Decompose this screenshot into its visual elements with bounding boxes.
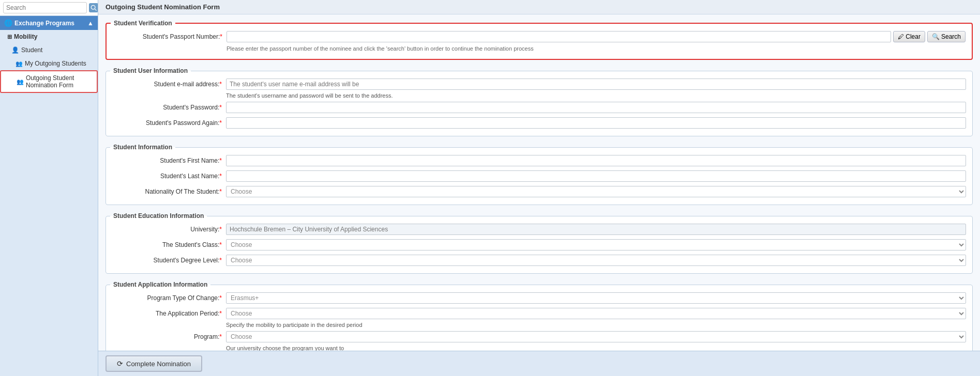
program-type-label: Program Type Of Change:* [112, 294, 226, 302]
last-name-label: Student's Last Name:* [112, 173, 226, 180]
password-again-label: Student's Password Again:* [112, 119, 226, 127]
password-input[interactable] [226, 102, 966, 113]
search-button[interactable]: 🔍 Search [927, 31, 966, 42]
globe-icon: 🌐 [4, 19, 12, 27]
program-select[interactable]: Choose [226, 331, 966, 342]
svg-line-1 [95, 9, 96, 10]
student-user-info-section: Student User Information Student e-mail … [105, 67, 973, 136]
program-type-select[interactable]: Erasmus+ [226, 292, 966, 304]
program-row: Program:* Choose [106, 329, 972, 344]
application-period-select[interactable]: Choose [226, 308, 966, 319]
class-select[interactable]: Choose [226, 239, 966, 250]
grid-icon: ⊞ [7, 34, 12, 40]
application-period-row: The Application Period:* Choose [106, 306, 972, 321]
password-again-field-wrap [226, 117, 966, 129]
form-body: Student Verification Student's Passport … [98, 14, 980, 376]
email-field-wrap [226, 79, 966, 90]
passport-input[interactable] [227, 31, 891, 42]
degree-select[interactable]: Choose [226, 255, 966, 266]
degree-row: Student's Degree Level:* Choose [106, 253, 972, 268]
sidebar-item-my-outgoing-students[interactable]: 👥 My Outgoing Students [0, 57, 98, 70]
university-row: University:* [106, 222, 972, 237]
password-label: Student's Password:* [112, 104, 226, 111]
university-field-wrap [226, 224, 966, 235]
first-name-label: Student's First Name:* [112, 157, 226, 164]
degree-label: Student's Degree Level:* [112, 257, 226, 264]
last-name-row: Student's Last Name:* [106, 168, 972, 184]
university-input [226, 224, 966, 235]
passport-row: Student's Passport Number:* 🖊 Clear 🔍 Se… [107, 29, 972, 44]
program-field-wrap: Choose [226, 331, 966, 342]
application-period-label: The Application Period:* [112, 310, 226, 317]
email-hint: The student's username and password will… [106, 92, 972, 100]
loading-icon: ⟳ [117, 359, 123, 368]
persons-icon: 👥 [16, 60, 23, 67]
university-label: University:* [112, 226, 226, 233]
student-info-section: Student Information Student's First Name… [105, 144, 973, 205]
passport-hint: Please enter the passport number of the … [107, 44, 972, 54]
class-label: The Student's Class:* [112, 241, 226, 248]
student-verification-section: Student Verification Student's Passport … [105, 20, 973, 60]
student-user-info-legend: Student User Information [110, 67, 191, 74]
student-info-legend: Student Information [110, 144, 175, 151]
student-education-legend: Student Education Information [110, 212, 207, 220]
complete-nomination-button[interactable]: ⟳ Complete Nomination [105, 355, 202, 372]
class-row: The Student's Class:* Choose [106, 237, 972, 253]
nationality-label: Nationality Of The Student:* [112, 188, 226, 195]
search-btn-icon: 🔍 [932, 33, 940, 40]
student-application-section: Student Application Information Program … [105, 281, 973, 358]
degree-field-wrap: Choose [226, 255, 966, 266]
main-content: Outgoing Student Nomination Form Student… [98, 0, 980, 376]
program-label: Program:* [112, 333, 226, 340]
email-label: Student e-mail address:* [112, 81, 226, 88]
sidebar-search-bar[interactable] [0, 0, 98, 16]
person-icon: 👤 [11, 46, 19, 54]
last-name-input[interactable] [226, 170, 966, 182]
password-again-row: Student's Password Again:* [106, 115, 972, 131]
exchange-programs-label: Exchange Programs [14, 20, 74, 27]
program-type-row: Program Type Of Change:* Erasmus+ [106, 290, 972, 306]
class-field-wrap: Choose [226, 239, 966, 250]
last-name-field-wrap [226, 170, 966, 182]
sidebar-item-student[interactable]: 👤 Student [0, 43, 98, 57]
passport-input-wrap: 🖊 Clear 🔍 Search [227, 31, 966, 42]
student-application-legend: Student Application Information [110, 281, 210, 288]
email-input[interactable] [226, 79, 966, 90]
application-period-hint: Specify the mobility to participate in t… [106, 321, 972, 329]
search-input[interactable] [3, 2, 87, 13]
nationality-select[interactable]: Choose [226, 186, 966, 197]
page-title: Outgoing Student Nomination Form [98, 0, 980, 14]
first-name-input[interactable] [226, 155, 966, 166]
email-row: Student e-mail address:* [106, 76, 972, 92]
student-verification-legend: Student Verification [111, 20, 175, 27]
password-field-wrap [226, 102, 966, 113]
clear-icon: 🖊 [898, 33, 904, 40]
nationality-row: Nationality Of The Student:* Choose [106, 184, 972, 199]
first-name-field-wrap [226, 155, 966, 166]
application-period-field-wrap: Choose [226, 308, 966, 319]
first-name-row: Student's First Name:* [106, 153, 972, 168]
student-education-section: Student Education Information University… [105, 212, 973, 274]
passport-label: Student's Passport Number:* [113, 33, 227, 40]
clear-button[interactable]: 🖊 Clear [893, 31, 925, 42]
program-type-field-wrap: Erasmus+ [226, 292, 966, 304]
nomination-icon: 👥 [17, 79, 24, 85]
password-again-input[interactable] [226, 117, 966, 129]
sidebar-item-mobility[interactable]: ⊞ Mobility [0, 30, 98, 43]
search-icon[interactable] [89, 3, 98, 12]
password-row: Student's Password:* [106, 100, 972, 115]
exchange-programs-header[interactable]: 🌐 Exchange Programs ▲ [0, 16, 98, 30]
sidebar-item-outgoing-student-nomination-form[interactable]: 👥 Outgoing Student Nomination Form [0, 70, 98, 93]
nationality-field-wrap: Choose [226, 186, 966, 197]
bottom-bar: ⟳ Complete Nomination [98, 351, 980, 376]
chevron-up-icon: ▲ [87, 20, 94, 27]
sidebar: 🌐 Exchange Programs ▲ ⊞ Mobility 👤 Stude… [0, 0, 98, 376]
